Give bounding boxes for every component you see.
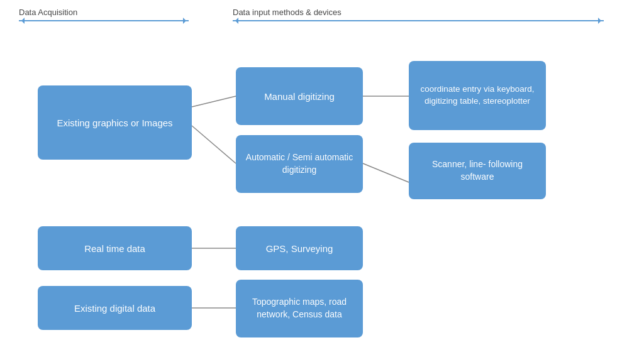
box-coordinate-entry: coordinate entry via keyboard, digitizin… [409,61,546,130]
arrow-acquisition [19,20,189,21]
label-data-input-methods: Data input methods & devices [233,8,341,17]
svg-line-0 [192,96,236,107]
diagram-container: Data Acquisition Data input methods & de… [0,0,644,362]
svg-line-1 [192,126,236,163]
box-auto-digitizing: Automatic / Semi automatic digitizing [236,135,363,193]
box-existing-digital: Existing digital data [38,286,192,330]
box-real-time: Real time data [38,226,192,270]
box-gps-surveying: GPS, Surveying [236,226,363,270]
arrow-input-methods [233,20,604,21]
box-existing-graphics: Existing graphics or Images [38,85,192,160]
box-topographic: Topographic maps, road network, Census d… [236,280,363,337]
label-data-acquisition: Data Acquisition [19,8,77,17]
svg-line-3 [363,163,409,182]
box-manual-digitizing: Manual digitizing [236,67,363,125]
box-scanner: Scanner, line- following software [409,143,546,199]
